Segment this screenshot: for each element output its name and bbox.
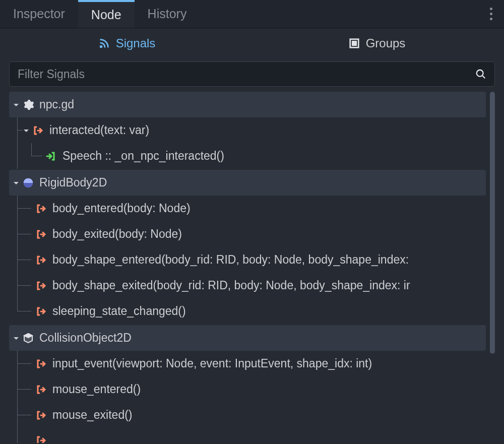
subtab-signals[interactable]: Signals — [2, 36, 252, 50]
tree-signal-item[interactable]: mouse_entered() — [9, 376, 486, 402]
signal-icon — [35, 254, 47, 266]
tree-section-script[interactable]: npc.gd — [9, 92, 486, 117]
top-tabs: Inspector Node History — [0, 0, 504, 28]
tab-history[interactable]: History — [135, 0, 200, 28]
gear-icon — [22, 99, 34, 111]
svg-point-3 — [477, 70, 483, 77]
signal-label: sleeping_state_changed() — [52, 304, 186, 318]
filter-signals-input[interactable] — [18, 68, 475, 81]
tree-signal-item[interactable] — [9, 428, 486, 443]
chevron-down-icon — [22, 126, 30, 135]
connection-icon — [45, 150, 57, 162]
tree-signal-item[interactable]: interacted(text: var) — [9, 117, 486, 143]
tree-signal-item[interactable]: body_entered(body: Node) — [9, 196, 486, 221]
signal-icon — [35, 409, 47, 421]
tree-section-rigidbody2d[interactable]: RigidBody2D — [9, 170, 486, 196]
svg-point-0 — [100, 46, 102, 47]
rss-icon — [99, 38, 110, 49]
tab-node[interactable]: Node — [78, 0, 135, 28]
subtab-signals-label: Signals — [116, 36, 156, 50]
signal-label: input_event(viewport: Node, event: Input… — [52, 357, 372, 370]
signal-label: mouse_exited() — [52, 408, 133, 422]
signal-label: body_entered(body: Node) — [52, 202, 191, 215]
kebab-menu-icon[interactable] — [485, 5, 497, 23]
signal-icon — [35, 305, 47, 318]
section-label: npc.gd — [39, 98, 74, 111]
scrollbar[interactable] — [490, 92, 495, 443]
connection-label: Speech :: _on_npc_interacted() — [62, 149, 224, 163]
svg-line-4 — [482, 76, 485, 79]
group-icon — [349, 38, 360, 49]
chevron-down-icon — [12, 179, 20, 187]
signal-label: body_shape_entered(body_rid: RID, body: … — [52, 253, 409, 267]
signal-icon — [35, 280, 47, 292]
filter-bar — [9, 61, 495, 87]
tree-connection-item[interactable]: Speech :: _on_npc_interacted() — [9, 143, 486, 169]
tree-signal-item[interactable]: body_shape_exited(body_rid: RID, body: N… — [9, 273, 486, 298]
search-icon[interactable] — [475, 69, 486, 80]
section-label: RigidBody2D — [39, 176, 107, 189]
svg-rect-2 — [352, 41, 356, 45]
tree-signal-item[interactable]: sleeping_state_changed() — [9, 298, 486, 324]
tab-inspector[interactable]: Inspector — [0, 0, 78, 28]
rigidbody2d-icon — [22, 177, 34, 189]
section-label: CollisionObject2D — [39, 331, 132, 345]
signals-tree: npc.gd interacted(text: var) — [9, 92, 486, 443]
scrollbar-thumb[interactable] — [490, 92, 495, 354]
sub-tabs: Signals Groups — [0, 28, 504, 58]
tree-signal-item[interactable]: mouse_exited() — [9, 402, 486, 428]
tree-signal-item[interactable]: input_event(viewport: Node, event: Input… — [9, 351, 486, 376]
subtab-groups-label: Groups — [366, 36, 406, 50]
signal-icon — [35, 228, 47, 240]
chevron-down-icon — [12, 101, 20, 109]
signal-icon — [35, 434, 47, 443]
tree-section-collisionobject2d[interactable]: CollisionObject2D — [9, 325, 486, 351]
collisionobject2d-icon — [22, 332, 34, 344]
signal-icon — [35, 203, 47, 215]
signal-icon — [35, 384, 47, 396]
signal-label: mouse_entered() — [52, 383, 141, 396]
chevron-down-icon — [12, 334, 20, 342]
signal-label: body_exited(body: Node) — [52, 227, 182, 241]
tree-signal-item[interactable]: body_shape_entered(body_rid: RID, body: … — [9, 247, 486, 273]
signal-icon — [32, 124, 44, 137]
signal-label: body_shape_exited(body_rid: RID, body: N… — [52, 279, 410, 292]
signal-label: interacted(text: var) — [49, 123, 149, 137]
subtab-groups[interactable]: Groups — [252, 36, 502, 50]
signal-icon — [35, 358, 47, 370]
tree-signal-item[interactable]: body_exited(body: Node) — [9, 221, 486, 247]
